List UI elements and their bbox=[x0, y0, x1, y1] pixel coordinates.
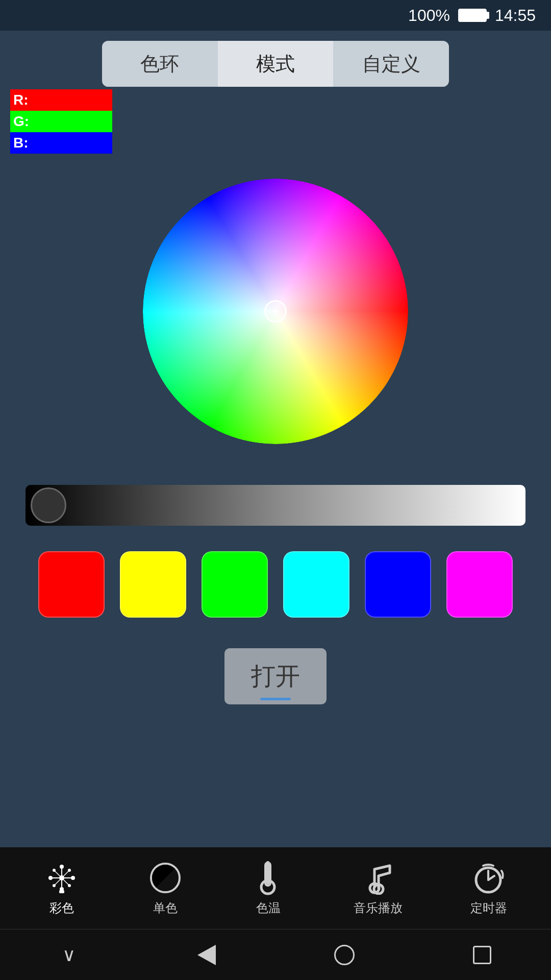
color-wheel-container: + bbox=[0, 179, 551, 444]
power-button-underline bbox=[260, 698, 291, 700]
rgb-display: R: G: B: bbox=[10, 89, 112, 154]
nav-label-temperature: 色温 bbox=[256, 900, 281, 916]
rgb-b-label: B: bbox=[13, 135, 29, 151]
power-button[interactable]: 打开 bbox=[224, 648, 327, 704]
swatch-cyan[interactable] bbox=[283, 551, 349, 618]
nav-item-mono[interactable]: 单色 bbox=[147, 860, 183, 916]
swatch-yellow[interactable] bbox=[120, 551, 186, 618]
thermometer-icon bbox=[254, 860, 282, 896]
tabs-wrapper: 色环 模式 自定义 bbox=[102, 41, 449, 87]
bottom-nav: 彩色 单色 色温 音乐播放 bbox=[0, 847, 551, 929]
nav-label-timer: 定时器 bbox=[470, 900, 507, 916]
status-bar: 100% 14:55 bbox=[0, 0, 551, 31]
sparkle-icon bbox=[45, 862, 79, 895]
tabs-container: 色环 模式 自定义 bbox=[0, 41, 551, 87]
rgb-b-row: B: bbox=[10, 132, 112, 154]
svg-line-16 bbox=[62, 878, 69, 886]
nav-item-music[interactable]: 音乐播放 bbox=[354, 860, 403, 916]
home-icon bbox=[334, 945, 355, 965]
brightness-slider[interactable] bbox=[26, 485, 525, 526]
sys-btn-back[interactable] bbox=[191, 940, 222, 970]
tab-mode[interactable]: 模式 bbox=[218, 41, 334, 87]
nav-item-temperature[interactable]: 色温 bbox=[251, 860, 286, 916]
rgb-r-row: R: bbox=[10, 89, 112, 111]
clock: 14:55 bbox=[495, 6, 536, 25]
chevron-down-icon: ∨ bbox=[62, 944, 76, 966]
mono-nav-icon bbox=[147, 860, 183, 896]
nav-item-timer[interactable]: 定时器 bbox=[470, 860, 507, 916]
svg-line-13 bbox=[54, 870, 62, 878]
nav-label-mono: 单色 bbox=[153, 900, 178, 916]
color-wheel[interactable]: + bbox=[143, 179, 408, 444]
swatch-blue[interactable] bbox=[365, 551, 431, 618]
battery-percent: 100% bbox=[408, 6, 450, 25]
brightness-section bbox=[26, 485, 525, 526]
battery-icon bbox=[458, 9, 487, 22]
rgb-r-label: R: bbox=[13, 92, 29, 108]
brightness-thumb[interactable] bbox=[31, 487, 66, 523]
swatch-red[interactable] bbox=[38, 551, 105, 618]
swatch-green[interactable] bbox=[202, 551, 268, 618]
color-nav-icon bbox=[44, 860, 80, 896]
tab-color-wheel[interactable]: 色环 bbox=[102, 41, 218, 87]
music-note-icon bbox=[364, 862, 392, 895]
mono-circle-icon bbox=[150, 863, 181, 893]
svg-line-15 bbox=[54, 878, 62, 886]
back-icon bbox=[197, 945, 216, 965]
sys-btn-home[interactable] bbox=[329, 940, 360, 970]
nav-label-color: 彩色 bbox=[49, 900, 74, 916]
rgb-g-row: G: bbox=[10, 111, 112, 132]
swatch-magenta[interactable] bbox=[446, 551, 513, 618]
power-section: 打开 bbox=[0, 648, 551, 704]
tab-custom[interactable]: 自定义 bbox=[333, 41, 449, 87]
svg-rect-17 bbox=[59, 890, 64, 893]
system-nav-bar: ∨ bbox=[0, 929, 551, 980]
timer-icon-svg bbox=[472, 862, 505, 895]
timer-nav-icon bbox=[471, 860, 507, 896]
sys-btn-recents[interactable] bbox=[467, 940, 497, 970]
music-nav-icon bbox=[360, 860, 396, 896]
color-wheel-cursor[interactable]: + bbox=[264, 300, 287, 323]
nav-label-music: 音乐播放 bbox=[354, 900, 403, 916]
svg-line-14 bbox=[62, 870, 69, 878]
swatches-section bbox=[0, 551, 551, 618]
power-button-label: 打开 bbox=[251, 660, 300, 693]
nav-item-color[interactable]: 彩色 bbox=[44, 860, 80, 916]
sys-btn-down[interactable]: ∨ bbox=[54, 940, 84, 970]
rgb-g-label: G: bbox=[13, 113, 29, 130]
recents-icon bbox=[473, 946, 491, 964]
temperature-nav-icon bbox=[251, 860, 286, 896]
